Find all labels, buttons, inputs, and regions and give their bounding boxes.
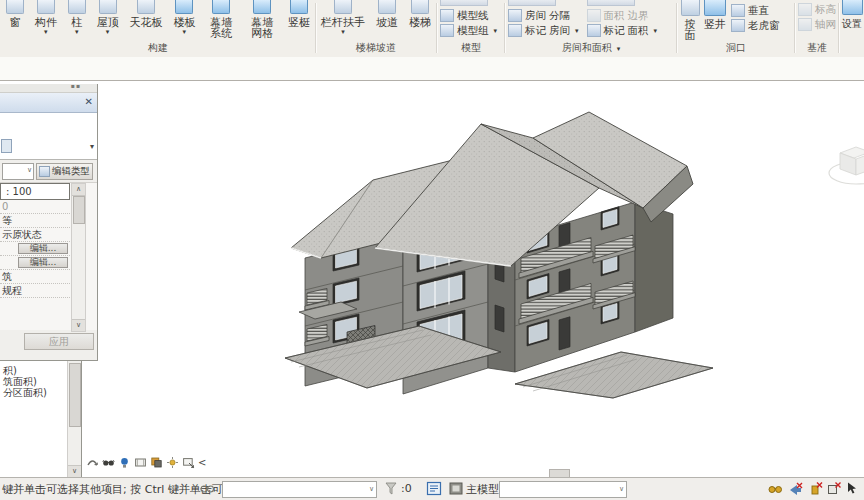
chevron-down-icon[interactable]: ▾ bbox=[90, 142, 94, 151]
workset-dropdown[interactable]: ∨ bbox=[222, 481, 377, 498]
edit-button[interactable]: 编辑... bbox=[18, 257, 68, 268]
group-label-room-area[interactable]: 房间和面积 ▾ bbox=[506, 41, 676, 55]
scroll-up-icon[interactable]: ∧ bbox=[72, 184, 85, 196]
railing-button[interactable]: 栏杆扶手 ▾ bbox=[321, 0, 365, 36]
close-icon[interactable]: ✕ bbox=[85, 96, 93, 107]
palette-scrollbar[interactable]: ∧ ∨ bbox=[71, 183, 86, 332]
exclude-pinned-icon[interactable] bbox=[808, 481, 824, 496]
ribbon-group-build: 窗 构件 ▾ 柱 ▾ 屋顶 ▾ bbox=[2, 0, 314, 56]
reveal-hidden-elements-icon[interactable] bbox=[118, 456, 131, 469]
group-label-opening: 洞口 bbox=[678, 41, 794, 55]
filter-icon[interactable] bbox=[383, 481, 399, 496]
model-group-button[interactable]: 模型组 ▾ bbox=[440, 23, 504, 38]
model-line-button[interactable]: 模型线 bbox=[440, 8, 504, 23]
tag-area-button[interactable]: 标记 面积 ▾ bbox=[587, 23, 658, 38]
browser-scrollbar[interactable]: ∨ bbox=[67, 361, 81, 477]
palette-titlebar[interactable]: ✕ bbox=[0, 93, 97, 113]
apply-button[interactable]: 应用 bbox=[24, 333, 94, 350]
shaft-opening-button[interactable]: 竖井 bbox=[704, 0, 726, 30]
level-icon bbox=[798, 3, 812, 16]
ramp-icon bbox=[378, 0, 396, 14]
stair-icon bbox=[411, 0, 429, 14]
model-group-label: 模型组 bbox=[457, 24, 489, 38]
curtain-system-button[interactable]: 幕墙 系统 bbox=[206, 0, 236, 39]
ramp-button[interactable]: 坡道 bbox=[376, 0, 398, 28]
grid-label: 轴网 bbox=[815, 18, 836, 32]
stair-label: 楼梯 bbox=[409, 17, 431, 28]
exclude-options-icon[interactable] bbox=[788, 481, 804, 496]
area-label: 面积 bbox=[604, 9, 625, 23]
dormer-opening-button[interactable]: 老虎窗 bbox=[731, 18, 780, 33]
view-scale-value[interactable]: : 100 bbox=[0, 183, 70, 200]
active-option-icon[interactable] bbox=[448, 481, 464, 496]
scrollbar-thumb[interactable] bbox=[73, 196, 85, 224]
stair-button[interactable]: 楼梯 bbox=[409, 0, 431, 28]
options-bar bbox=[0, 57, 864, 81]
design-option-dropdown[interactable]: ∨ bbox=[499, 481, 627, 498]
property-value[interactable]: 示原状态 bbox=[0, 228, 70, 242]
ceiling-label: 天花板 bbox=[130, 17, 163, 28]
chevron-down-icon: ▾ bbox=[617, 45, 621, 53]
palette-drag-strip[interactable]: ▪▪ bbox=[0, 84, 97, 93]
mullion-button[interactable]: 竖梃 bbox=[288, 0, 310, 28]
opening-by-face-label: 按 面 bbox=[684, 19, 697, 41]
viewcube[interactable] bbox=[826, 139, 864, 197]
ceiling-button[interactable]: 天花板 bbox=[130, 0, 163, 28]
horizontal-scrollbar-thumb[interactable] bbox=[549, 469, 570, 477]
boundary-label: 边界 bbox=[628, 9, 649, 23]
property-value[interactable]: 规程 bbox=[0, 284, 70, 298]
chevron-icon: ∨ bbox=[27, 166, 32, 174]
roof-button[interactable]: 屋顶 ▾ bbox=[97, 0, 119, 36]
vertical-opening-button[interactable]: 垂直 bbox=[731, 3, 780, 18]
column-button[interactable]: 柱 ▾ bbox=[68, 0, 86, 36]
grid-icon bbox=[798, 18, 812, 31]
opening-by-face-button[interactable]: 按 面 bbox=[681, 0, 699, 41]
worksets-icon[interactable] bbox=[199, 481, 215, 496]
sun-path-icon[interactable] bbox=[166, 456, 179, 469]
select-cursor-icon[interactable] bbox=[844, 481, 860, 496]
area-boundary-button: 面积 边界 bbox=[587, 8, 658, 23]
ribbon-group-model: 模型线 模型组 ▾ 模型 bbox=[438, 0, 504, 56]
scroll-down-icon[interactable]: ∨ bbox=[68, 465, 81, 477]
ribbon-group-room-area: 房间 分隔 标记 房间 ▾ 面积 边界 bbox=[506, 0, 676, 56]
tag-room-button[interactable]: 标记 房间 ▾ bbox=[508, 23, 579, 38]
edit-button[interactable]: 编辑... bbox=[18, 243, 68, 254]
edit-type-icon bbox=[39, 166, 50, 177]
component-icon bbox=[37, 0, 55, 14]
floor-button[interactable]: 楼板 ▾ bbox=[173, 0, 195, 36]
scrollbar-thumb[interactable] bbox=[69, 363, 81, 427]
drawing-area[interactable]: < bbox=[0, 81, 864, 477]
chevron-icon: ∨ bbox=[369, 485, 374, 493]
collapse-viewbar-icon[interactable]: < bbox=[198, 456, 206, 469]
property-value[interactable]: 0 bbox=[0, 200, 70, 214]
room-button[interactable]: 房间 分隔 bbox=[508, 8, 579, 23]
property-value[interactable]: 等 bbox=[0, 214, 70, 228]
property-value[interactable]: 筑 bbox=[0, 270, 70, 284]
edit-type-label: 编辑类型 bbox=[52, 165, 90, 178]
curtain-grid-icon bbox=[253, 0, 271, 14]
shadows-icon[interactable] bbox=[150, 456, 163, 469]
set-workplane-button[interactable]: 设置 bbox=[841, 0, 864, 29]
3d-model-house[interactable] bbox=[283, 100, 760, 400]
tag-room-icon bbox=[508, 24, 522, 37]
ribbon-separator bbox=[838, 3, 840, 53]
shaft-opening-icon bbox=[704, 0, 726, 16]
room-separator-label[interactable]: 分隔 bbox=[549, 9, 570, 23]
crop-region-icon[interactable] bbox=[182, 456, 195, 469]
crop-view-icon[interactable] bbox=[134, 456, 147, 469]
properties-filter-combobox[interactable]: ∨ bbox=[2, 163, 34, 180]
design-options-icon[interactable] bbox=[426, 481, 442, 496]
exclude-links-icon[interactable] bbox=[826, 481, 842, 496]
window-button[interactable]: 窗 bbox=[6, 0, 24, 28]
clipped-row bbox=[587, 0, 635, 6]
type-selector[interactable]: ▾ bbox=[0, 113, 97, 160]
component-button[interactable]: 构件 ▾ bbox=[35, 0, 57, 36]
unlock-view-icon[interactable] bbox=[86, 456, 99, 469]
temporary-hide-isolate-icon[interactable] bbox=[102, 456, 115, 469]
tag-label: 标记 bbox=[525, 24, 546, 38]
editable-only-icon[interactable] bbox=[767, 481, 783, 496]
curtain-grid-button[interactable]: 幕墙 网格 bbox=[247, 0, 277, 39]
edit-type-button[interactable]: 编辑类型 bbox=[36, 163, 93, 180]
set-workplane-label: 设置 bbox=[842, 18, 862, 29]
selection-count: :0 bbox=[401, 482, 412, 495]
